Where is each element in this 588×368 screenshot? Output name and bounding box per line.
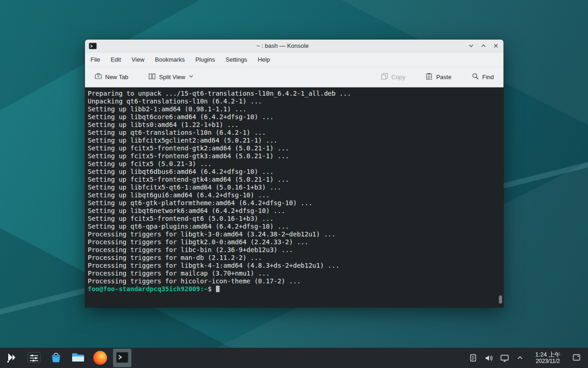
split-view-icon — [148, 73, 156, 81]
terminal-cursor — [216, 286, 220, 292]
split-view-label: Split View — [159, 74, 185, 80]
terminal-output: Preparing to unpack .../15-qt6-translati… — [88, 90, 497, 285]
find-label: Find — [482, 74, 494, 80]
desktop-peek-icon — [572, 353, 581, 363]
terminal-line: Setting up libqt6dbus6:amd64 (6.4.2+dfsg… — [88, 168, 497, 176]
firefox-icon — [93, 351, 107, 365]
toolbar: New Tab Split View — [85, 67, 503, 87]
clock-date: 2023/11/2 — [535, 358, 560, 365]
terminal-line: Setting up libqt6core6:amd64 (6.4.2+dfsg… — [88, 113, 497, 121]
terminal-line: Setting up libb2-1:amd64 (0.98.1-1.1) ..… — [88, 105, 497, 113]
window-controls — [468, 43, 500, 49]
terminal-area[interactable]: Preparing to unpack .../15-qt6-translati… — [85, 87, 503, 307]
menu-settings[interactable]: Settings — [226, 56, 247, 63]
desktop[interactable]: ~ : bash — Konsole File Edit View Bookma… — [0, 0, 588, 368]
terminal-line: Setting up fcitx5-frontend-gtk3:amd64 (5… — [88, 152, 497, 160]
konsole-window: ~ : bash — Konsole File Edit View Bookma… — [85, 40, 503, 307]
menu-file[interactable]: File — [90, 56, 100, 63]
settings-sliders-icon — [27, 351, 41, 366]
terminal-line: Setting up libts0:amd64 (1.22-1+b1) ... — [88, 121, 497, 129]
close-button[interactable] — [493, 43, 499, 49]
firefox-button[interactable] — [91, 349, 109, 367]
find-button[interactable]: Find — [468, 69, 498, 85]
new-tab-label: New Tab — [105, 74, 128, 80]
chevron-up-icon — [481, 43, 486, 49]
terminal-line: Setting up fcitx5-frontend-gtk2:amd64 (5… — [88, 144, 497, 152]
terminal-line: Processing triggers for hicolor-icon-the… — [88, 277, 497, 285]
app-launcher-icon — [6, 351, 18, 365]
copy-button[interactable]: Copy — [377, 69, 409, 85]
search-icon — [472, 73, 479, 81]
scrollbar-thumb[interactable] — [499, 295, 502, 304]
menu-help[interactable]: Help — [258, 56, 270, 63]
konsole-icon — [89, 42, 97, 50]
split-view-button[interactable]: Split View — [144, 69, 198, 85]
discover-icon — [50, 351, 62, 365]
menu-bookmarks[interactable]: Bookmarks — [155, 56, 185, 63]
terminal-line: Setting up libfcitx5-qt6-1:amd64 (5.0.16… — [88, 184, 497, 191]
paste-icon — [425, 73, 433, 81]
terminal-line: Unpacking qt6-translations-l10n (6.4.2-1… — [88, 98, 497, 105]
prompt-colon: : — [200, 285, 204, 293]
terminal-line: Processing triggers for libgtk-4-1:amd64… — [88, 262, 497, 270]
show-desktop-button[interactable] — [571, 349, 582, 367]
close-icon — [493, 43, 499, 49]
menu-view[interactable]: View — [131, 56, 144, 63]
paste-button[interactable]: Paste — [421, 69, 455, 85]
window-title: ~ : bash — Konsole — [100, 42, 465, 49]
terminal-line: Preparing to unpack .../15-qt6-translati… — [88, 90, 497, 98]
tray-expand-icon[interactable] — [515, 353, 525, 363]
clock-time: 1:24 上午 — [535, 351, 560, 358]
konsole-task-button[interactable] — [113, 349, 131, 367]
terminal-line: Processing triggers for libc-bin (2.36-9… — [88, 246, 497, 254]
terminal-line: Setting up libqt6gui6:amd64 (6.4.2+dfsg-… — [88, 191, 497, 199]
discover-button[interactable] — [47, 349, 65, 367]
minimize-button[interactable] — [468, 43, 474, 49]
new-tab-icon — [95, 73, 102, 81]
terminal-line: Setting up fcitx5-frontend-gtk4:amd64 (5… — [88, 176, 497, 184]
terminal-line: Setting up libfcitx5gclient2:amd64 (5.0.… — [88, 137, 497, 144]
terminal-line: Setting up fcitx5-frontend-qt6 (5.0.16-1… — [88, 215, 497, 223]
chevron-down-icon — [468, 43, 474, 49]
terminal-line: Processing triggers for man-db (2.11.2-2… — [88, 254, 497, 262]
copy-label: Copy — [391, 74, 405, 80]
prompt-dollar: $ — [208, 285, 211, 293]
settings-sliders-button[interactable] — [25, 349, 43, 367]
menu-edit[interactable]: Edit — [111, 56, 121, 63]
menu-plugins[interactable]: Plugins — [195, 56, 215, 63]
menubar: File Edit View Bookmarks Plugins Setting… — [85, 52, 503, 67]
terminal-line: Setting up fcitx5 (5.0.21-3) ... — [88, 160, 497, 168]
app-launcher-button[interactable] — [3, 349, 21, 367]
terminal-line: Setting up qt6-qpa-plugins:amd64 (6.4.2+… — [88, 223, 497, 230]
display-icon[interactable] — [499, 353, 509, 363]
volume-icon[interactable] — [484, 353, 494, 363]
terminal-line: Processing triggers for libgtk-3-0:amd64… — [88, 230, 497, 238]
window-titlebar[interactable]: ~ : bash — Konsole — [85, 40, 503, 52]
terminal-line: Setting up qt6-translations-l10n (6.4.2-… — [88, 129, 497, 137]
terminal-line: Setting up qt6-gtk-platformtheme:amd64 (… — [88, 199, 497, 207]
folder-icon — [71, 351, 85, 366]
chevron-down-icon — [188, 74, 194, 80]
new-tab-button[interactable]: New Tab — [90, 69, 132, 85]
terminal-line: Setting up libqt6network6:amd64 (6.4.2+d… — [88, 207, 497, 215]
taskbar: 1:24 上午 2023/11/2 — [0, 348, 588, 368]
clipboard-icon[interactable] — [468, 353, 478, 363]
terminal-line: Processing triggers for mailcap (3.70+nm… — [88, 270, 497, 277]
terminal-line: Processing triggers for libgtk2.0-0:amd6… — [88, 238, 497, 246]
prompt-user-host: foo@foo-standardpcq35ich92009 — [88, 285, 200, 293]
konsole-icon — [115, 351, 129, 366]
system-tray: 1:24 上午 2023/11/2 — [468, 349, 585, 367]
paste-label: Paste — [436, 74, 451, 80]
maximize-button[interactable] — [481, 43, 486, 49]
clock[interactable]: 1:24 上午 2023/11/2 — [531, 351, 565, 365]
terminal-scrollbar[interactable] — [498, 87, 503, 307]
copy-icon — [381, 73, 388, 81]
prompt-line: foo@foo-standardpcq35ich92009:~$ — [88, 285, 497, 293]
file-manager-button[interactable] — [69, 349, 87, 367]
